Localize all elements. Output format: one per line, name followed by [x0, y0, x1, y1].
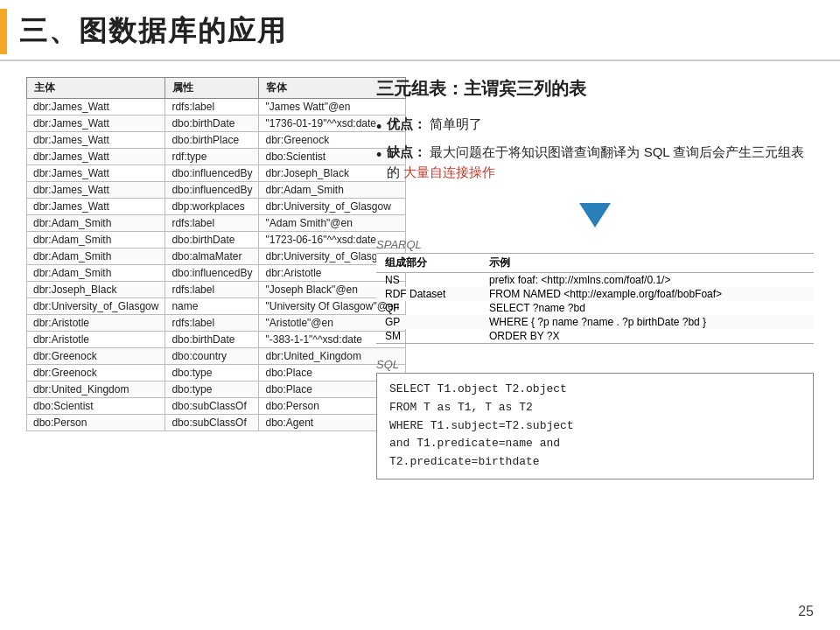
- table-row: dbr:Adam_Smithrdfs:label"Adam Smith"@en: [27, 215, 406, 232]
- sql-code: SELECT T1.object T2.objectFROM T as T1, …: [376, 373, 814, 480]
- bullet-item-advantage: • 优点： 简单明了: [376, 115, 814, 139]
- table-row: dbr:United_Kingdomdbo:typedbo:Place: [27, 382, 406, 398]
- table-row: dbr:James_Wattdbo:birthDate"1736-01-19"^…: [27, 116, 406, 132]
- bullet-dot-2: •: [376, 144, 382, 167]
- table-row: dbr:Aristotledbo:birthDate"-383-1-1"^^xs…: [27, 332, 406, 348]
- bullet-text-disadvantage: 缺点： 最大问题在于将知识图谱查询翻译为 SQL 查询后会产生三元组表的 大量自…: [387, 143, 814, 182]
- table-row: dbr:James_Wattdbo:influencedBydbr:Adam_S…: [27, 182, 406, 199]
- table-row: dbr:Adam_Smithdbo:birthDate"1723-06-16"^…: [27, 232, 406, 248]
- highlight-text: 大量自连接操作: [403, 164, 495, 179]
- bullet-list: • 优点： 简单明了 • 缺点： 最大问题在于将知识图谱查询翻译为 SQL 查询…: [376, 115, 814, 186]
- header: 三、图数据库的应用: [0, 0, 840, 61]
- col-header-subject: 主体: [27, 78, 165, 99]
- right-panel: 三元组表：主谓宾三列的表 • 优点： 简单明了 • 缺点： 最大问题在于将知识图…: [376, 77, 814, 583]
- table-row: dbr:Adam_Smithdbo:influencedBydbr:Aristo…: [27, 265, 406, 282]
- table-row: dbo:Scientistdbo:subClassOfdbo:Person: [27, 398, 406, 415]
- table-row: dbr:James_Wattdbo:birthPlacedbr:Greenock: [27, 132, 406, 149]
- header-accent: [0, 9, 7, 54]
- arrow-down-icon: [579, 203, 611, 228]
- table-row: dbr:Adam_Smithdbo:almaMaterdbr:Universit…: [27, 248, 406, 265]
- sparql-table: 组成部分 示例 NSprefix foaf: <http://xmlns.com…: [376, 253, 814, 344]
- page-title: 三、图数据库的应用: [19, 12, 287, 51]
- table-row: dbo:Persondbo:subClassOfdbo:Agent: [27, 415, 406, 431]
- main-content: 主体 属性 客体 dbr:James_Wattrdfs:label"James …: [0, 61, 840, 592]
- section-title: 三元组表：主谓宾三列的表: [376, 77, 814, 101]
- sparql-section: SPARQL 组成部分 示例 NSprefix foaf: <http://xm…: [376, 238, 814, 344]
- sql-label: SQL: [376, 358, 814, 371]
- bullet-dot-1: •: [376, 116, 382, 139]
- triple-table: 主体 属性 客体 dbr:James_Wattrdfs:label"James …: [26, 77, 406, 431]
- sparql-col-example: 示例: [480, 254, 814, 273]
- sparql-col-part: 组成部分: [376, 254, 480, 273]
- table-row: dbr:Joseph_Blackrdfs:label"Joseph Black"…: [27, 282, 406, 298]
- left-panel: 主体 属性 客体 dbr:James_Wattrdfs:label"James …: [26, 77, 350, 583]
- col-header-property: 属性: [165, 78, 259, 99]
- bullet-text-advantage: 优点： 简单明了: [387, 115, 482, 135]
- sparql-label: SPARQL: [376, 238, 814, 251]
- page-number: 25: [798, 604, 814, 620]
- table-row: dbr:Greenockdbo:typedbo:Place: [27, 365, 406, 382]
- sparql-row: SMORDER BY ?X: [376, 329, 814, 344]
- table-row: dbr:Aristotlerdfs:label"Aristotle"@en: [27, 315, 406, 332]
- table-row: dbr:University_of_Glasgowname"University…: [27, 298, 406, 315]
- arrow-container: [376, 203, 814, 228]
- table-row: dbr:James_Wattdbo:influencedBydbr:Joseph…: [27, 165, 406, 182]
- table-row: dbr:James_Wattrdf:typedbo:Scientist: [27, 149, 406, 165]
- table-row: dbr:James_Wattdbp:workplacesdbr:Universi…: [27, 199, 406, 215]
- bullet-item-disadvantage: • 缺点： 最大问题在于将知识图谱查询翻译为 SQL 查询后会产生三元组表的 大…: [376, 143, 814, 182]
- sql-section: SQL SELECT T1.object T2.objectFROM T as …: [376, 353, 814, 480]
- sparql-row: RDF DatasetFROM NAMED <http://example.or…: [376, 287, 814, 301]
- table-row: dbr:James_Wattrdfs:label"James Watt"@en: [27, 99, 406, 116]
- sparql-row: GPWHERE { ?p name ?name . ?p birthDate ?…: [376, 315, 814, 329]
- table-row: dbr:Greenockdbo:countrydbr:United_Kingdo…: [27, 348, 406, 365]
- sparql-row: QFSELECT ?name ?bd: [376, 301, 814, 315]
- sparql-row: NSprefix foaf: <http://xmlns.com/foaf/0.…: [376, 273, 814, 288]
